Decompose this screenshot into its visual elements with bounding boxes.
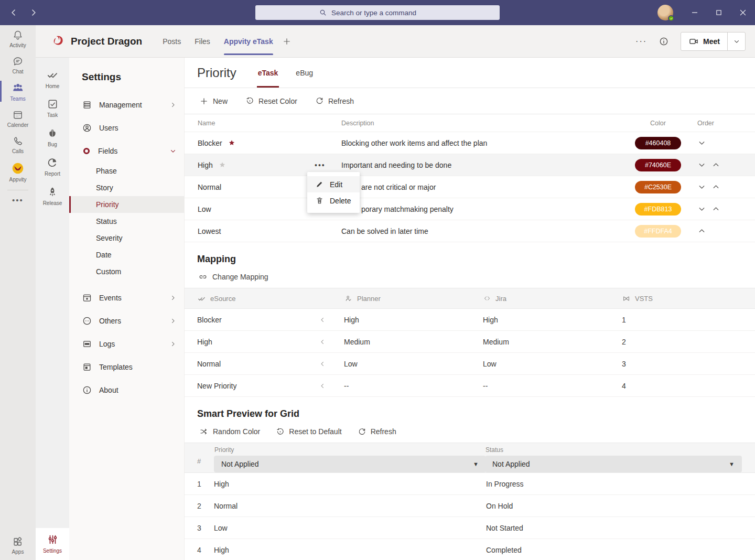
smart-preview-title: Smart Preview for Grid: [185, 397, 755, 419]
new-button[interactable]: New: [199, 96, 228, 106]
reset-to-default-button[interactable]: Reset to Default: [276, 427, 341, 436]
sliders-settings-icon: [46, 533, 59, 546]
mapping-planner-value: High: [344, 316, 483, 324]
color-pill[interactable]: #FFDFA4: [635, 225, 681, 238]
search-input[interactable]: [331, 9, 436, 17]
move-down-icon[interactable]: [697, 204, 706, 213]
vsts-bowtie-icon: [622, 294, 631, 303]
meet-button[interactable]: Meet: [681, 33, 727, 50]
sidebar-item-date[interactable]: Date: [69, 246, 184, 263]
context-menu-edit[interactable]: Edit: [307, 176, 360, 192]
sidebar-item-phase[interactable]: Phase: [69, 163, 184, 179]
priority-table-header: Name Description Color Order: [185, 114, 755, 132]
sidebar-item-severity[interactable]: Severity: [69, 230, 184, 246]
move-up-icon[interactable]: [711, 160, 720, 169]
refresh-icon: [315, 96, 324, 105]
move-up-icon[interactable]: [697, 227, 706, 235]
rail-item-calender[interactable]: Calender: [0, 105, 36, 131]
mapping-row: Blocker High High 1: [185, 309, 755, 331]
move-down-icon[interactable]: [697, 160, 706, 169]
priority-row-high: High ••• Important and needing to be don…: [185, 154, 755, 176]
color-pill[interactable]: #C2530E: [635, 181, 681, 193]
rail-item-chat[interactable]: Chat: [0, 51, 36, 78]
preview-row: 3 Low Not Started: [185, 517, 755, 539]
preview-priority-value: High: [214, 480, 486, 488]
color-pill[interactable]: #FDB813: [635, 203, 681, 216]
context-menu-delete[interactable]: Delete: [307, 192, 360, 209]
star-outline-icon[interactable]: [218, 161, 226, 169]
reset-color-button[interactable]: Reset Color: [245, 96, 297, 105]
sidebar-item-others[interactable]: Others: [69, 309, 184, 332]
close-button[interactable]: [731, 0, 755, 25]
sidebar-item-priority[interactable]: Priority: [69, 196, 184, 213]
sidebar-item-status[interactable]: Status: [69, 213, 184, 230]
sidebar-item-about[interactable]: About: [69, 379, 184, 402]
maximize-button[interactable]: [707, 0, 731, 25]
rail-more-icon[interactable]: •••: [12, 192, 24, 208]
priority-filter-label: Priority: [214, 446, 486, 454]
sidebar-item-custom[interactable]: Custom: [69, 263, 184, 280]
module-item-settings[interactable]: Settings: [36, 528, 69, 560]
rail-item-appvity[interactable]: Appvity: [0, 157, 36, 186]
random-color-button[interactable]: Random Color: [199, 427, 260, 436]
module-item-bug[interactable]: Bug: [36, 122, 69, 152]
rocket-icon: [46, 186, 59, 198]
refresh-button[interactable]: Refresh: [358, 427, 396, 436]
tab-files[interactable]: Files: [188, 25, 217, 57]
main-content: Priority eTask eBug New Reset Color Refr…: [185, 58, 755, 560]
module-item-task[interactable]: Task: [36, 93, 69, 122]
move-up-icon[interactable]: [711, 182, 720, 191]
tab-ebug[interactable]: eBug: [287, 58, 322, 88]
avatar[interactable]: [657, 5, 673, 20]
nav-back-icon[interactable]: [8, 7, 19, 18]
sidebar-item-templates[interactable]: Templates: [69, 356, 184, 379]
rail-item-apps[interactable]: Apps: [0, 532, 36, 558]
star-filled-icon[interactable]: [228, 139, 236, 147]
priority-filter-value: Not Applied: [221, 460, 259, 468]
color-pill[interactable]: #460408: [635, 137, 681, 149]
sidebar-item-story[interactable]: Story: [69, 179, 184, 196]
move-down-icon[interactable]: [697, 182, 706, 191]
module-item-home[interactable]: Home: [36, 64, 69, 93]
mapping-vsts-value: 3: [622, 360, 755, 368]
title-bar: [0, 0, 755, 25]
mapping-section-title: Mapping: [185, 242, 755, 265]
change-mapping-button[interactable]: Change Mapping: [185, 265, 755, 288]
teams-people-icon: [12, 82, 24, 94]
chevron-right-icon: [169, 294, 177, 301]
module-item-release[interactable]: Release: [36, 181, 69, 210]
dropdown-caret-icon: ▼: [729, 461, 735, 467]
sidebar-item-events[interactable]: Events: [69, 286, 184, 309]
sidebar-item-management[interactable]: Management: [69, 93, 184, 116]
column-header-name: Name: [198, 120, 341, 127]
priority-filter-dropdown[interactable]: Not Applied ▼: [214, 456, 486, 472]
column-header-vsts: VSTS: [622, 294, 755, 303]
sidebar-item-users[interactable]: Users: [69, 116, 184, 139]
rail-item-calls[interactable]: Calls: [0, 131, 36, 157]
mapping-row: Normal Low Low 3: [185, 353, 755, 375]
dropdown-caret-icon: ▼: [473, 461, 479, 467]
add-tab-button[interactable]: [282, 37, 292, 46]
rail-item-activity[interactable]: Activity: [0, 25, 36, 51]
tab-appvity-etask[interactable]: Appvity eTask: [217, 25, 280, 57]
module-item-report[interactable]: Report: [36, 152, 69, 181]
row-number: 4: [197, 546, 214, 554]
tab-etask[interactable]: eTask: [249, 58, 287, 88]
pencil-icon: [315, 180, 324, 189]
meet-dropdown-button[interactable]: [727, 33, 745, 50]
minimize-button[interactable]: [683, 0, 707, 25]
channel-info-icon[interactable]: [659, 36, 669, 47]
sidebar-item-logs[interactable]: Logs: [69, 332, 184, 356]
move-down-icon[interactable]: [697, 138, 706, 147]
color-pill[interactable]: #74060E: [635, 159, 681, 171]
rail-item-teams[interactable]: Teams: [0, 78, 36, 105]
refresh-button[interactable]: Refresh: [315, 96, 354, 105]
sidebar-item-fields[interactable]: Fields: [69, 139, 184, 163]
status-filter-dropdown[interactable]: Not Applied ▼: [485, 456, 742, 472]
move-up-icon[interactable]: [711, 204, 720, 213]
search-bar[interactable]: [255, 5, 500, 20]
nav-forward-icon[interactable]: [28, 7, 39, 18]
more-options-icon[interactable]: ···: [635, 37, 647, 46]
tab-posts[interactable]: Posts: [156, 25, 188, 57]
priority-name: Low: [198, 205, 211, 213]
